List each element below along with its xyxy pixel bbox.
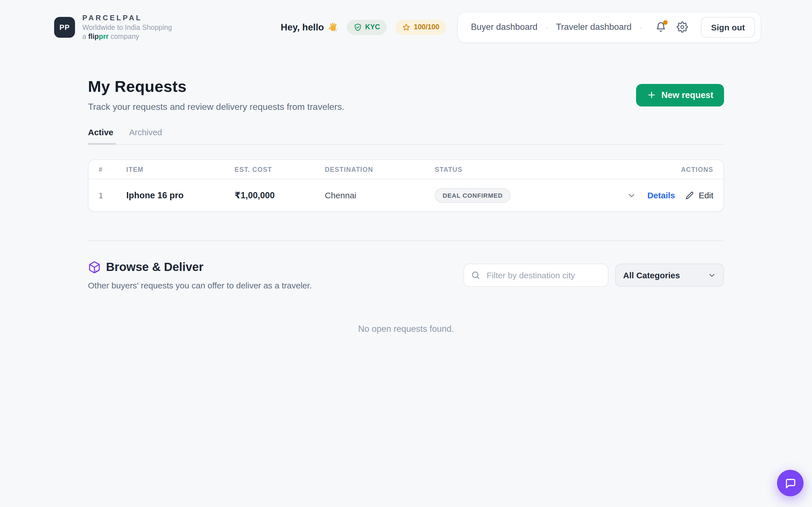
row-status-cell: DEAL CONFIRMED [435,188,626,203]
header: PP PARCELPAL Worldwide to India Shopping… [0,0,812,54]
table-header-row: # ITEM EST. COST DESTINATION STATUS ACTI… [89,160,723,179]
chat-fab-button[interactable] [777,470,804,496]
nav-buyer-dashboard[interactable]: Buyer dashboard [471,22,538,32]
row-number: 1 [99,191,126,200]
requests-heading-block: My Requests Track your requests and revi… [88,78,344,112]
row-expand-button[interactable] [626,189,637,201]
shield-check-icon [353,23,362,31]
brand-logo[interactable]: PP [54,17,75,38]
browse-title: Browse & Deliver [106,260,204,274]
chat-bubble-icon [784,477,797,489]
brand-name: PARCELPAL [82,13,172,22]
browse-controls: All Categories [463,264,724,287]
page-subtitle: Track your requests and review delivery … [88,102,344,112]
wave-icon [327,22,338,33]
notifications-button[interactable] [655,21,666,33]
requests-table: # ITEM EST. COST DESTINATION STATUS ACTI… [88,159,724,212]
page: PP PARCELPAL Worldwide to India Shopping… [0,0,812,507]
nav-traveler-dashboard[interactable]: Traveler dashboard [556,22,631,32]
browse-deliver-section: Browse & Deliver Other buyers' requests … [88,260,724,334]
brand-company-line: a flipprr company [82,33,172,41]
greeting-text: Hey, hello [281,22,338,33]
row-est-cost: ₹1,00,000 [235,190,325,200]
tab-active[interactable]: Active [88,127,113,144]
nav-card: Buyer dashboard · Traveler dashboard · [457,11,761,43]
new-request-button[interactable]: New request [636,83,724,106]
brand[interactable]: PP PARCELPAL Worldwide to India Shopping… [54,13,172,41]
row-item-name: Iphone 16 pro [126,190,235,200]
pencil-icon [685,191,694,200]
browse-subtitle: Other buyers' requests you can offer to … [88,281,312,290]
status-badge: DEAL CONFIRMED [435,188,511,203]
edit-button[interactable]: Edit [685,190,713,200]
chevron-down-icon [708,271,716,279]
col-header-status: STATUS [435,166,681,173]
settings-button[interactable] [677,21,688,33]
col-header-item: ITEM [126,166,235,173]
brand-company-bold: flip [88,33,99,41]
empty-state-message: No open requests found. [88,324,724,334]
plus-icon [647,90,656,100]
nav-separator: · [640,22,642,32]
destination-filter[interactable] [463,264,608,287]
category-select[interactable]: All Categories [615,264,724,287]
notification-dot [663,20,668,25]
star-icon [402,23,410,31]
page-title: My Requests [88,78,344,96]
brand-company-prefix: a [82,33,86,41]
main-content: My Requests Track your requests and revi… [88,54,724,334]
search-icon [471,270,480,280]
greeting-group: Hey, hello [281,19,446,35]
col-header-cost: EST. COST [235,166,325,173]
table-row: 1 Iphone 16 pro ₹1,00,000 Chennai DEAL C… [89,179,723,211]
package-icon [88,261,101,274]
my-requests-section: My Requests Track your requests and revi… [88,78,724,241]
col-header-actions: ACTIONS [681,166,713,173]
brand-company-accent: prr [99,33,109,41]
nav-separator: · [545,22,548,32]
brand-logo-initials: PP [59,23,70,32]
chevron-down-icon [627,191,636,200]
details-link[interactable]: Details [647,190,675,200]
row-actions: Details Edit [626,189,713,201]
brand-text: PARCELPAL Worldwide to India Shopping a … [82,13,172,41]
brand-company-suffix: company [110,33,139,41]
sign-out-button[interactable]: Sign out [701,17,755,38]
section-divider [88,240,724,241]
gear-icon [677,21,688,33]
row-destination: Chennai [325,190,435,200]
destination-filter-input[interactable] [486,270,601,281]
col-header-num: # [99,166,126,173]
requests-tabs: Active Archived [88,127,724,145]
brand-tagline: Worldwide to India Shopping [82,24,172,32]
kyc-badge: KYC [347,19,387,35]
browse-heading-block: Browse & Deliver Other buyers' requests … [88,260,312,290]
score-badge: 100/100 [395,19,446,35]
col-header-destination: DESTINATION [325,166,435,173]
tab-archived[interactable]: Archived [129,127,162,144]
